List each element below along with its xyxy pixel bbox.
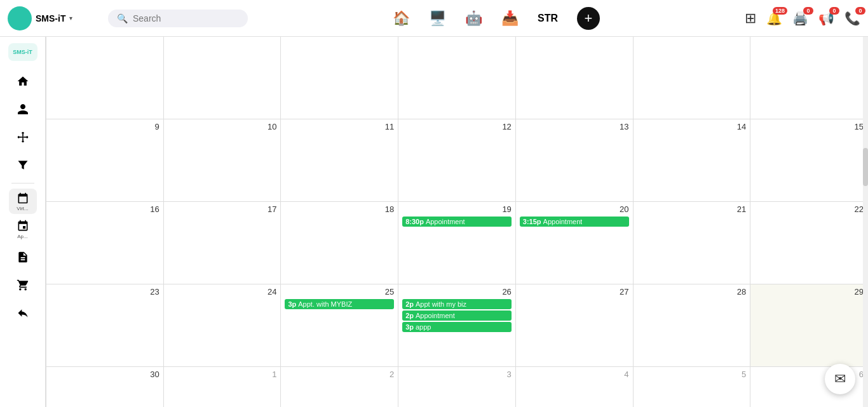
calendar-cell[interactable] <box>281 37 398 119</box>
calendar-cell[interactable]: 3 <box>398 367 516 407</box>
add-button[interactable]: + <box>577 7 600 30</box>
calendar-cell[interactable]: 21 <box>634 202 751 284</box>
calendar-cell[interactable]: 16 <box>46 202 164 284</box>
sidebar-item-forms[interactable] <box>9 244 37 270</box>
brand-dropdown-icon[interactable]: ▾ <box>69 15 72 22</box>
str-label[interactable]: STR <box>538 13 558 24</box>
svg-point-3 <box>22 132 24 134</box>
notifications-badge: 128 <box>773 7 787 15</box>
calendar-cell[interactable]: 17 <box>164 202 281 284</box>
calendar-cell[interactable]: 29 <box>750 284 868 367</box>
scroll-thumb[interactable] <box>863 148 868 186</box>
day-number: 11 <box>285 122 394 131</box>
day-number: 12 <box>402 122 512 131</box>
home-icon <box>17 75 29 88</box>
calendar-cell[interactable]: 11 <box>281 119 398 202</box>
calendar-cell[interactable]: 13 <box>516 119 634 202</box>
calendar-cell[interactable]: 10 <box>164 119 281 202</box>
calendar-event[interactable]: 3pappp <box>402 322 512 332</box>
event-time: 8:30p <box>405 218 424 225</box>
calendar-cell[interactable]: 12 <box>398 119 516 202</box>
day-number: 27 <box>520 287 629 297</box>
sidebar-logo: SMS-iT <box>8 43 37 61</box>
person-icon <box>17 103 29 116</box>
calendar-cell[interactable] <box>398 37 516 119</box>
day-number: 3 <box>402 370 512 379</box>
calendar-cell[interactable]: 1 <box>164 367 281 407</box>
calendar-cell[interactable]: 253pAppt. with MYBIZ <box>281 284 398 367</box>
logo-area: SMS-iT ▾ <box>8 6 103 30</box>
calendar-event[interactable]: 3pAppt. with MYBIZ <box>285 299 394 309</box>
day-number: 30 <box>50 370 159 379</box>
sidebar-divider <box>11 183 34 183</box>
calendar-cell[interactable]: 22 <box>750 202 868 284</box>
day-number: 19 <box>402 204 512 214</box>
sidebar-item-calendar[interactable]: Virt... <box>9 189 37 214</box>
sidebar-item-home[interactable] <box>9 69 37 94</box>
search-bar[interactable]: 🔍 <box>108 10 248 27</box>
calendar-cell[interactable] <box>634 37 751 119</box>
sidebar-logo-text: SMS-iT <box>13 49 32 55</box>
monitor-nav-icon[interactable]: 🖥️ <box>429 10 446 27</box>
calendar-icon <box>17 192 29 204</box>
sidebar-item-contacts[interactable] <box>9 97 37 122</box>
scroll-track[interactable] <box>863 37 868 407</box>
phone-btn[interactable]: 📞0 <box>844 11 860 26</box>
calendar-cell[interactable]: 27 <box>516 284 634 367</box>
funnel-icon <box>17 159 29 171</box>
calendar-cell[interactable]: 15 <box>750 119 868 202</box>
calendar-cell[interactable] <box>750 37 868 119</box>
calendar-event[interactable]: 2pAppt with my biz <box>402 299 512 309</box>
calendar-event[interactable]: 8:30pAppointment <box>402 217 512 227</box>
calendar-cell[interactable]: 198:30pAppointment <box>398 202 516 284</box>
calendar-cell[interactable]: 4 <box>516 367 634 407</box>
day-number: 23 <box>50 287 159 297</box>
grid-icon[interactable]: ⊞ <box>745 10 756 27</box>
day-number: 13 <box>520 122 629 131</box>
svg-point-2 <box>26 136 28 138</box>
calendar-cell[interactable]: 14 <box>634 119 751 202</box>
calendar-cell[interactable] <box>46 37 164 119</box>
sidebar-item-network[interactable] <box>9 124 37 150</box>
event-time: 3p <box>405 323 414 331</box>
calendar-cell[interactable] <box>164 37 281 119</box>
appt-icon <box>17 220 29 232</box>
event-title: Appointment <box>416 312 455 319</box>
calendar-event[interactable]: 3:15pAppointment <box>520 217 629 227</box>
inbox-nav-icon[interactable]: 📥 <box>501 10 519 27</box>
sidebar-item-appt[interactable]: Ap... <box>9 217 37 242</box>
calendar-cell[interactable]: 30 <box>46 367 164 407</box>
chat-button[interactable]: ✉ <box>825 364 855 394</box>
sidebar-item-shop[interactable] <box>9 272 37 298</box>
notifications-btn[interactable]: 🔔128 <box>766 11 782 26</box>
calendar-cell[interactable]: 262pAppt with my biz2pAppointment3pappp <box>398 284 516 367</box>
calendar-cell[interactable]: 23 <box>46 284 164 367</box>
calendar-cell[interactable]: 24 <box>164 284 281 367</box>
user-avatar[interactable] <box>8 6 32 30</box>
sidebar: SMS-iT Virt... Ap... <box>0 37 46 407</box>
calendar-cell[interactable]: 5 <box>634 367 751 407</box>
top-nav: SMS-iT ▾ 🔍 🏠 🖥️ 🤖 📥 STR + ⊞ 🔔128 🖨️0 📢0 … <box>0 0 868 37</box>
calendar: 9101112131415161718198:30pAppointment203… <box>46 37 868 407</box>
day-number: 26 <box>402 287 512 297</box>
calendar-cell[interactable] <box>516 37 634 119</box>
cart-btn[interactable]: 🖨️0 <box>792 11 808 26</box>
day-number: 4 <box>520 370 629 379</box>
main-content: 9101112131415161718198:30pAppointment203… <box>46 37 868 407</box>
calendar-cell[interactable]: 28 <box>634 284 751 367</box>
home-nav-icon[interactable]: 🏠 <box>393 10 410 27</box>
robot-nav-icon[interactable]: 🤖 <box>465 10 482 27</box>
calendar-cell[interactable]: 9 <box>46 119 164 202</box>
calendar-cell[interactable]: 18 <box>281 202 398 284</box>
calendar-event[interactable]: 2pAppointment <box>402 310 512 321</box>
day-number: 15 <box>754 122 864 131</box>
search-input[interactable] <box>133 13 228 23</box>
megaphone-btn[interactable]: 📢0 <box>818 11 834 26</box>
day-number: 5 <box>637 370 747 379</box>
calendar-cell[interactable]: 2 <box>281 367 398 407</box>
event-title: Appointment <box>543 218 583 225</box>
calendar-cell[interactable]: 203:15pAppointment <box>516 202 634 284</box>
sidebar-item-export[interactable] <box>9 300 37 326</box>
chat-icon: ✉ <box>834 371 846 387</box>
sidebar-item-funnel[interactable] <box>9 152 37 178</box>
